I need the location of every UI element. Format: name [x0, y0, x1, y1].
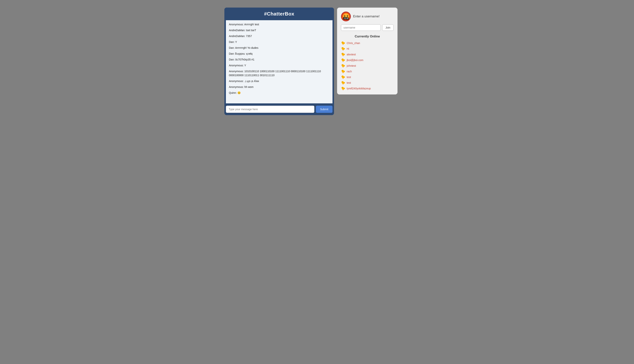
duck-icon: 🐤 [341, 52, 345, 56]
online-user[interactable]: 🐤test [341, 81, 394, 85]
online-user[interactable]: 🐤rach [341, 69, 394, 74]
app-container: #ChatterBox Anonymous: Arrrrrgh! testAnd… [224, 8, 410, 115]
message: Anonymous: Arrrrrgh! test [229, 22, 330, 26]
message: AndreDaMan: tset tseT [229, 28, 330, 32]
currently-online-title: Currently Online [341, 34, 394, 38]
online-user-name: test [347, 81, 351, 84]
online-users-list: 🐤Chris_chan🐤Hi🐤alextest🐤jboi@jboi.com🐤jo… [341, 41, 394, 90]
message: Dan: ƃuᴉppǝɹ ʞɔɐlq [229, 52, 330, 56]
message: Anonymous: hh wsm [229, 85, 330, 89]
online-user-name: Chris_chan [347, 42, 360, 44]
sidebar: 🤬 Enter a username! Join Currently Onlin… [337, 8, 398, 94]
sidebar-top: 🤬 Enter a username! [341, 12, 394, 21]
message: AndreDaMan: 7357 [229, 34, 330, 38]
username-input[interactable] [341, 24, 381, 31]
online-user[interactable]: 🐤test [341, 75, 394, 79]
message: Quinn: 😊 [229, 91, 330, 95]
online-user[interactable]: 🐤johntest [341, 64, 394, 68]
chat-header: #ChatterBox [224, 8, 334, 20]
username-input-row: Join [341, 24, 394, 31]
online-user-name: jboi@jboi.com [347, 58, 363, 62]
duck-icon: 🐤 [341, 86, 345, 90]
submit-button[interactable]: Submit [316, 106, 332, 113]
join-button[interactable]: Join [382, 24, 394, 31]
online-user[interactable]: 🐤jboi@jboi.com [341, 58, 394, 62]
online-user-name: test [347, 76, 351, 78]
online-user[interactable]: 🐤alextest [341, 52, 394, 56]
duck-icon: 🐤 [341, 47, 345, 51]
duck-icon: 🐤 [341, 69, 345, 74]
duck-icon: 🐤 [341, 64, 345, 68]
duck-icon: 🐤 [341, 81, 345, 85]
chat-input-area: Submit [224, 104, 334, 115]
chat-title: #ChatterBox [229, 11, 330, 17]
message: Anonymous: 1010100110 1000110100 1111001… [229, 69, 330, 77]
chat-box: #ChatterBox Anonymous: Arrrrrgh! testAnd… [224, 8, 334, 115]
message: Anonymous: Y [229, 64, 330, 68]
avatar: 🤬 [341, 12, 351, 21]
message: Dan: 0c707h0rp35 #1 [229, 58, 330, 62]
chat-messages: Anonymous: Arrrrrgh! testAndreDaMan: tse… [226, 20, 332, 104]
online-user-name: johntest [347, 64, 356, 67]
online-user[interactable]: 🐤Chris_chan [341, 41, 394, 45]
online-user[interactable]: 🐤Hi [341, 47, 394, 51]
online-user-name: alextest [347, 53, 356, 56]
enter-username-label: Enter a username! [353, 14, 380, 18]
online-user-name: rach [347, 70, 352, 73]
message: Dan: Arrrrrrrgh! Yo dudes [229, 46, 330, 50]
online-user-name: tyrell240yoloblazeup [347, 87, 371, 90]
duck-icon: 🐤 [341, 41, 345, 45]
duck-icon: 🐤 [341, 58, 345, 62]
online-user[interactable]: 🐤tyrell240yoloblazeup [341, 86, 394, 90]
message-input[interactable] [226, 106, 314, 113]
message: Anonymous: ⊥ɥᴉs ᴉs ʎlǝx [229, 79, 330, 83]
online-user-name: Hi [347, 47, 349, 50]
duck-icon: 🐤 [341, 75, 345, 79]
message: Dan: Y [229, 40, 330, 44]
